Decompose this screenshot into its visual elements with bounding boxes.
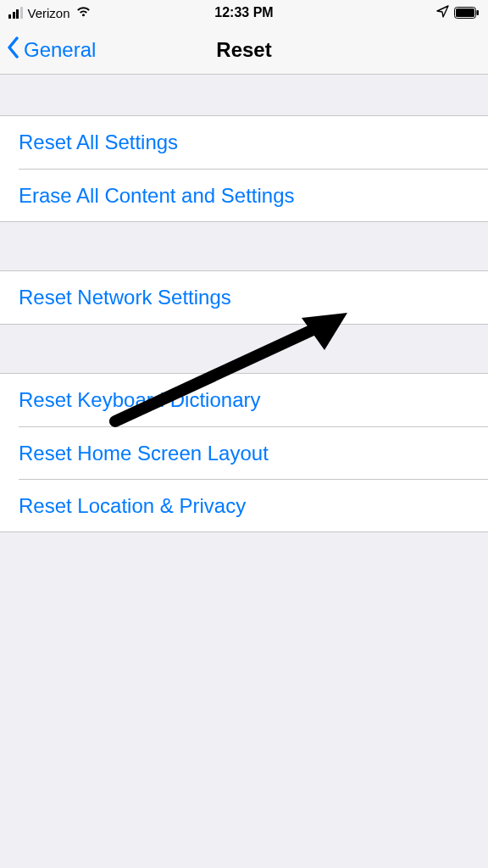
row-label: Reset Home Screen Layout xyxy=(19,442,269,465)
chevron-left-icon xyxy=(7,36,20,64)
row-label: Reset Keyboard Dictionary xyxy=(19,388,260,412)
row-label: Reset Network Settings xyxy=(19,286,231,309)
status-left: Verizon xyxy=(8,5,92,21)
row-label: Reset Location & Privacy xyxy=(19,494,246,518)
settings-group-3: Reset Keyboard Dictionary Reset Home Scr… xyxy=(0,373,488,532)
reset-keyboard-dictionary-row[interactable]: Reset Keyboard Dictionary xyxy=(0,374,488,426)
nav-bar: General Reset xyxy=(0,25,488,75)
reset-location-privacy-row[interactable]: Reset Location & Privacy xyxy=(19,479,488,531)
location-icon xyxy=(436,5,449,21)
section-gap xyxy=(0,325,488,373)
carrier-label: Verizon xyxy=(28,6,70,20)
reset-all-settings-row[interactable]: Reset All Settings xyxy=(0,116,488,169)
svg-rect-1 xyxy=(456,8,474,17)
back-button[interactable]: General xyxy=(7,36,96,64)
row-label: Reset All Settings xyxy=(19,131,178,154)
erase-all-content-row[interactable]: Erase All Content and Settings xyxy=(19,169,488,221)
section-gap xyxy=(0,75,488,115)
svg-rect-2 xyxy=(477,10,480,15)
status-right xyxy=(436,5,480,21)
row-label: Erase All Content and Settings xyxy=(19,184,295,208)
section-gap xyxy=(0,222,488,270)
battery-icon xyxy=(454,7,480,19)
status-time: 12:33 PM xyxy=(214,5,273,20)
reset-home-screen-row[interactable]: Reset Home Screen Layout xyxy=(19,426,488,479)
cellular-signal-icon xyxy=(8,7,23,19)
status-bar: Verizon 12:33 PM xyxy=(0,0,488,25)
settings-group-2: Reset Network Settings xyxy=(0,270,488,325)
back-label: General xyxy=(24,38,96,62)
settings-group-1: Reset All Settings Erase All Content and… xyxy=(0,115,488,222)
reset-network-settings-row[interactable]: Reset Network Settings xyxy=(0,271,488,324)
page-title: Reset xyxy=(216,38,271,62)
wifi-icon xyxy=(75,5,92,21)
